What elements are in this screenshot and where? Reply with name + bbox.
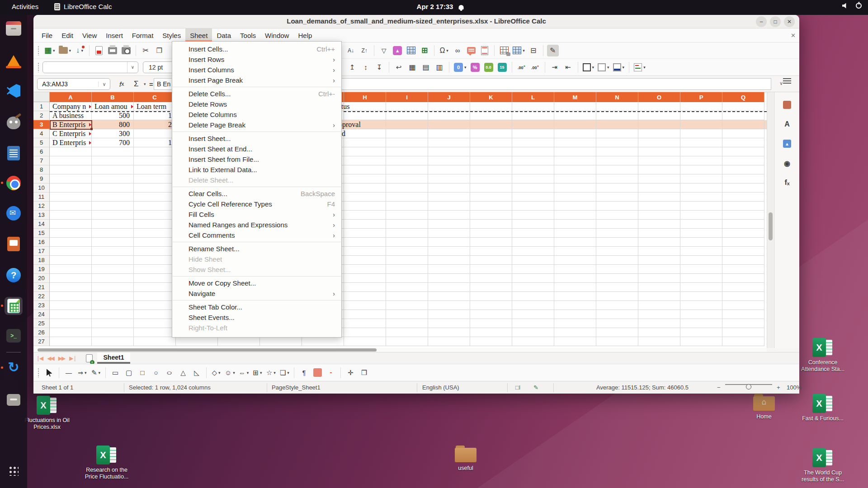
toolbar-grip[interactable] bbox=[37, 368, 40, 378]
dropdown-arrow-icon[interactable]: ▾ bbox=[623, 65, 625, 70]
dropdown-arrow-icon[interactable]: ▾ bbox=[85, 371, 87, 375]
expand-formula-bar-icon[interactable]: ∨ bbox=[779, 80, 783, 86]
power-icon[interactable] bbox=[856, 3, 862, 9]
flowchart-shapes-icon[interactable]: ⊞▾ bbox=[251, 367, 263, 379]
stars-banners-icon[interactable]: ☆▾ bbox=[265, 367, 277, 379]
merge-cells-icon[interactable]: ▤ bbox=[420, 61, 432, 73]
delete-decimal-icon[interactable]: .00× bbox=[529, 61, 541, 73]
menu-view[interactable]: View bbox=[78, 28, 101, 42]
sort-ascending-icon[interactable]: A↓ bbox=[345, 45, 357, 56]
dropdown-arrow-icon[interactable]: ▾ bbox=[592, 65, 594, 70]
menu-item-delete-page-break[interactable]: Delete Page Break› bbox=[172, 120, 341, 130]
digital-signature-icon[interactable]: ✎ bbox=[533, 384, 538, 391]
row-header-6[interactable]: 6 bbox=[33, 147, 50, 156]
increase-indent-icon[interactable]: ⇥ bbox=[549, 61, 561, 73]
dropdown-arrow-icon[interactable]: ▾ bbox=[69, 48, 71, 53]
freeze-panes-icon[interactable]: ▾ bbox=[512, 45, 526, 56]
minimize-button[interactable]: – bbox=[756, 16, 767, 27]
menu-item-delete-cells[interactable]: Delete Cells...Ctrl+- bbox=[172, 89, 341, 99]
menu-tools[interactable]: Tools bbox=[236, 28, 260, 42]
next-sheet-icon[interactable]: ▶▶ bbox=[58, 355, 65, 361]
insert-chart-icon[interactable] bbox=[405, 45, 417, 56]
maximize-button[interactable]: □ bbox=[770, 16, 781, 27]
menu-item-clear-cells[interactable]: Clear Cells...BackSpace bbox=[172, 188, 341, 199]
dock-item-archive[interactable] bbox=[5, 391, 23, 409]
cell-a5[interactable]: D Enterpris bbox=[50, 138, 92, 147]
row-header-3[interactable]: 3 bbox=[33, 120, 50, 129]
properties-deck-icon[interactable] bbox=[781, 99, 793, 111]
row-header-7[interactable]: 7 bbox=[33, 156, 50, 165]
row-header-17[interactable]: 17 bbox=[33, 247, 50, 256]
menu-item-named-ranges-and-expressions[interactable]: Named Ranges and Expressions› bbox=[172, 220, 341, 230]
menu-item-insert-columns[interactable]: Insert Columns› bbox=[172, 65, 341, 75]
chevron-down-icon[interactable]: ∨ bbox=[127, 62, 138, 73]
close-document-icon[interactable]: ✕ bbox=[791, 32, 796, 39]
desktop-icon-the-world-cup-results-of-the-s[interactable]: XThe World Cup results of the S... bbox=[797, 448, 848, 483]
row-header-21[interactable]: 21 bbox=[33, 283, 50, 292]
row-header-26[interactable]: 26 bbox=[33, 328, 50, 337]
column-header-a[interactable]: A bbox=[50, 92, 92, 102]
cut-icon[interactable]: ✂ bbox=[140, 45, 151, 56]
vertical-scrollbar[interactable] bbox=[767, 92, 774, 348]
sheet-number-status[interactable]: Sheet 1 of 1 bbox=[42, 384, 73, 391]
headers-footers-icon[interactable] bbox=[479, 45, 491, 56]
cell-c1[interactable]: Loan term bbox=[134, 102, 176, 111]
row-header-22[interactable]: 22 bbox=[33, 292, 50, 301]
navigator-deck-icon[interactable]: ◉ bbox=[781, 157, 793, 169]
menu-item-insert-sheet-at-end[interactable]: Insert Sheet at End... bbox=[172, 144, 341, 154]
cell-b1[interactable]: Loan amou bbox=[92, 102, 134, 111]
copy-icon[interactable]: ❐ bbox=[153, 45, 165, 56]
sidebar-settings-icon[interactable] bbox=[783, 78, 791, 84]
row-header-18[interactable]: 18 bbox=[33, 256, 50, 265]
previous-sheet-icon[interactable]: ◀◀ bbox=[47, 355, 53, 361]
dropdown-arrow-icon[interactable]: ▾ bbox=[233, 371, 235, 375]
row-header-20[interactable]: 20 bbox=[33, 274, 50, 283]
menu-item-cycle-cell-reference-types[interactable]: Cycle Cell Reference TypesF4 bbox=[172, 199, 341, 209]
menu-item-insert-sheet[interactable]: Insert Sheet... bbox=[172, 133, 341, 144]
vertical-text-icon[interactable]: ¶ bbox=[298, 367, 310, 379]
function-wizard-icon[interactable]: fx bbox=[119, 78, 124, 90]
column-header-m[interactable]: M bbox=[554, 92, 596, 102]
column-header-q[interactable]: Q bbox=[722, 92, 764, 102]
desktop-icon-fast-furious[interactable]: XFast & Furious... bbox=[797, 394, 848, 422]
export-pdf-icon[interactable] bbox=[93, 45, 105, 56]
first-sheet-icon[interactable]: ❘◀ bbox=[36, 355, 42, 361]
row-header-2[interactable]: 2 bbox=[33, 111, 50, 120]
open-file-icon[interactable]: ▾ bbox=[58, 45, 72, 56]
desktop-icon-fluctuations-in-oil-prices-xlsx[interactable]: XFluctuations in Oil Prices.xlsx bbox=[22, 396, 72, 431]
cell-a4[interactable]: C Enterpris bbox=[50, 129, 92, 138]
menu-help[interactable]: Help bbox=[293, 28, 316, 42]
edit-points-icon[interactable]: ✛ bbox=[344, 367, 356, 379]
desktop-icon-conference-attendance-sta[interactable]: XConference Attendance Sta... bbox=[797, 338, 848, 373]
format-currency-icon[interactable]: 0▾ bbox=[453, 61, 467, 73]
hyperlink-icon[interactable]: ∞ bbox=[452, 45, 463, 56]
cell-b3[interactable]: 800 bbox=[92, 120, 134, 129]
dock-item-chrome[interactable] bbox=[5, 174, 23, 192]
block-arrows-icon[interactable]: ⇔▾ bbox=[238, 367, 250, 379]
dropdown-arrow-icon[interactable]: ▾ bbox=[247, 371, 249, 375]
dropdown-arrow-icon[interactable]: ▾ bbox=[446, 48, 448, 53]
menu-sheet[interactable]: Sheet bbox=[185, 28, 212, 42]
page-style-status[interactable]: PageStyle_Sheet1 bbox=[272, 384, 321, 391]
menu-data[interactable]: Data bbox=[212, 28, 236, 42]
line-ends-arrow-icon[interactable]: ⇒▾ bbox=[76, 367, 88, 379]
dropdown-arrow-icon[interactable]: ▾ bbox=[464, 65, 467, 70]
focused-app-indicator[interactable]: LibreOffice Calc bbox=[54, 3, 112, 10]
dropdown-arrow-icon[interactable]: ▾ bbox=[99, 371, 101, 375]
row-header-4[interactable]: 4 bbox=[33, 129, 50, 138]
dropdown-arrow-icon[interactable]: ▾ bbox=[260, 371, 262, 375]
title-bar[interactable]: Loan_demands_of_small_and_medium-sized_e… bbox=[33, 15, 799, 28]
dropdown-arrow-icon[interactable]: ▾ bbox=[81, 48, 84, 53]
column-header-k[interactable]: K bbox=[470, 92, 512, 102]
desktop-icon-home[interactable]: ⌂Home bbox=[739, 394, 789, 420]
name-box[interactable]: A3:AMJ3 ∨ bbox=[37, 78, 110, 90]
callout-shapes-icon[interactable]: ❏▾ bbox=[278, 367, 290, 379]
column-header-n[interactable]: N bbox=[596, 92, 638, 102]
insert-line-icon[interactable]: — bbox=[63, 367, 75, 379]
sum-dropdown-icon[interactable]: ▾ bbox=[144, 78, 146, 90]
average-sum-status[interactable]: Average: 11515.125; Sum: 46060.5 bbox=[596, 384, 689, 391]
border-color-icon[interactable]: ▾ bbox=[612, 61, 626, 73]
row-header-5[interactable]: 5 bbox=[33, 138, 50, 147]
column-header-o[interactable]: O bbox=[638, 92, 680, 102]
row-header-13[interactable]: 13 bbox=[33, 211, 50, 220]
